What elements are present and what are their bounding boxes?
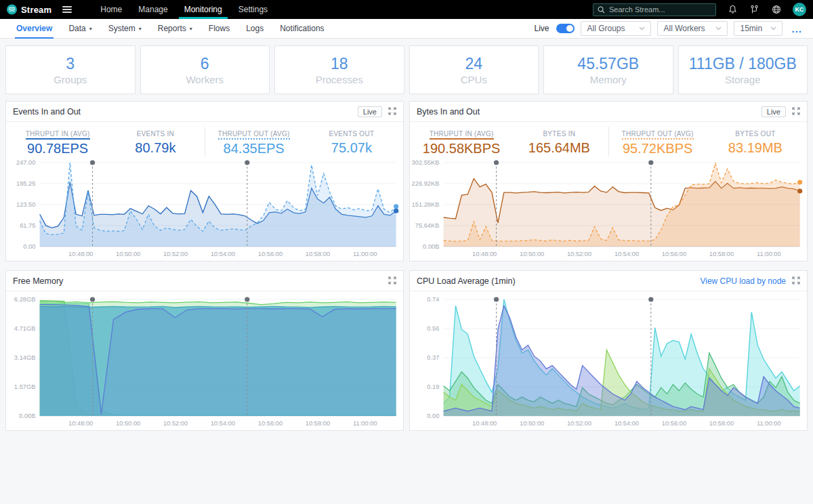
svg-text:10:48:00: 10:48:00 — [68, 420, 93, 427]
svg-text:0.00B: 0.00B — [19, 413, 35, 419]
more-menu-icon[interactable]: ... — [789, 23, 805, 35]
card-processes[interactable]: 18 Processes — [274, 45, 404, 94]
card-groups[interactable]: 3 Groups — [5, 45, 136, 94]
tab-flows[interactable]: Flows — [201, 19, 238, 38]
search-input[interactable] — [609, 5, 711, 14]
live-toggle-label: Live — [534, 24, 549, 33]
card-workers[interactable]: 6 Workers — [140, 45, 270, 94]
svg-text:11:00:00: 11:00:00 — [757, 420, 781, 427]
chevron-down-icon — [639, 26, 645, 30]
live-button[interactable]: Live — [358, 106, 382, 117]
svg-text:10:56:00: 10:56:00 — [662, 251, 686, 257]
svg-text:0.74: 0.74 — [427, 296, 439, 303]
svg-text:0.19: 0.19 — [427, 383, 439, 390]
tab-system[interactable]: System▾ — [100, 19, 150, 38]
tab-data[interactable]: Data▾ — [60, 19, 100, 38]
topbar-right: KC — [593, 3, 806, 16]
card-cpus[interactable]: 24 CPUs — [409, 45, 539, 94]
git-branch-icon[interactable] — [749, 5, 759, 15]
panel-bytes-in-out: Bytes In and Out Live THRUPUT IN (AVG) 1… — [409, 101, 808, 261]
stat-events-in: EVENTS IN 80.79k — [106, 127, 204, 156]
top-bar: Stream Home Manage Monitoring Settings K… — [0, 0, 813, 19]
topnav-item-home[interactable]: Home — [92, 0, 130, 19]
svg-text:10:54:00: 10:54:00 — [211, 251, 235, 257]
chevron-down-icon — [770, 26, 776, 30]
card-memory[interactable]: 45.57GB Memory — [543, 45, 673, 94]
summary-cards: 3 Groups 6 Workers 18 Processes 24 CPUs … — [0, 39, 813, 98]
chevron-down-icon: ▾ — [139, 26, 142, 32]
topnav-item-manage[interactable]: Manage — [130, 0, 175, 19]
svg-text:0.00B: 0.00B — [423, 243, 439, 250]
stat-thruput-in: THRUPUT IN (AVG) 90.78EPS — [9, 127, 106, 156]
panel-title: CPU Load Average (1min) — [417, 276, 516, 286]
expand-icon[interactable] — [388, 275, 396, 287]
cribl-logo-icon — [7, 5, 17, 15]
svg-text:10:54:00: 10:54:00 — [614, 251, 639, 257]
svg-text:185.25: 185.25 — [16, 180, 35, 187]
events-stats: THRUPUT IN (AVG) 90.78EPS EVENTS IN 80.7… — [6, 122, 403, 157]
expand-icon[interactable] — [792, 275, 800, 287]
svg-text:10:58:00: 10:58:00 — [709, 420, 734, 427]
svg-text:1.57GB: 1.57GB — [14, 383, 36, 390]
top-nav: Home Manage Monitoring Settings — [92, 0, 276, 19]
bytes-in-out-chart[interactable]: 302.55KB226.92KB151.28KB75.64KB0.00B10:4… — [410, 157, 807, 259]
topnav-item-monitoring[interactable]: Monitoring — [176, 0, 230, 19]
user-avatar[interactable]: KC — [793, 3, 806, 16]
tab-notifications[interactable]: Notifications — [272, 19, 332, 38]
svg-text:10:56:00: 10:56:00 — [258, 420, 283, 427]
svg-text:10:52:00: 10:52:00 — [567, 251, 591, 257]
stat-thruput-out: THRUPUT OUT (AVG) 84.35EPS — [205, 127, 303, 156]
topnav-item-settings[interactable]: Settings — [230, 0, 276, 19]
svg-text:61.75: 61.75 — [20, 222, 35, 229]
svg-text:10:50:00: 10:50:00 — [520, 251, 544, 257]
stat-thruput-out: THRUPUT OUT (AVG) 95.72KBPS — [609, 127, 707, 156]
time-range-select[interactable]: 15min — [734, 21, 783, 36]
group-filter-select[interactable]: All Groups — [581, 21, 651, 36]
search-box[interactable] — [593, 3, 716, 16]
svg-text:10:50:00: 10:50:00 — [116, 251, 140, 257]
subnav-controls: Live All Groups All Workers 15min ... — [534, 21, 805, 36]
panel-title: Bytes In and Out — [417, 107, 480, 117]
expand-icon[interactable] — [792, 106, 800, 118]
svg-text:10:58:00: 10:58:00 — [306, 420, 330, 427]
panel-title: Events In and Out — [13, 107, 81, 117]
svg-text:10:54:00: 10:54:00 — [211, 420, 235, 427]
svg-text:11:00:00: 11:00:00 — [353, 251, 377, 257]
svg-text:10:48:00: 10:48:00 — [68, 251, 93, 257]
worker-filter-select[interactable]: All Workers — [657, 21, 728, 36]
svg-text:11:00:00: 11:00:00 — [353, 420, 377, 427]
panel-events-in-out: Events In and Out Live THRUPUT IN (AVG) … — [5, 101, 404, 261]
svg-text:10:48:00: 10:48:00 — [472, 251, 497, 257]
view-cpu-load-link[interactable]: View CPU load by node — [700, 276, 786, 286]
svg-text:10:56:00: 10:56:00 — [258, 251, 283, 257]
card-storage[interactable]: 111GB / 180GB Storage — [678, 45, 808, 94]
svg-text:0.00: 0.00 — [23, 243, 35, 250]
panel-title: Free Memory — [13, 276, 63, 286]
globe-icon[interactable] — [771, 5, 781, 15]
live-toggle[interactable] — [556, 24, 575, 33]
svg-text:10:58:00: 10:58:00 — [709, 251, 734, 257]
notifications-bell-icon[interactable] — [728, 5, 738, 15]
svg-text:10:54:00: 10:54:00 — [614, 420, 639, 427]
svg-text:10:50:00: 10:50:00 — [116, 420, 140, 427]
svg-text:10:50:00: 10:50:00 — [520, 420, 544, 427]
svg-text:0.00: 0.00 — [427, 413, 439, 419]
svg-text:10:58:00: 10:58:00 — [306, 251, 330, 257]
events-in-out-chart[interactable]: 247.00185.25123.5061.750.0010:48:0010:50… — [6, 157, 403, 259]
svg-text:247.00: 247.00 — [16, 159, 35, 166]
expand-icon[interactable] — [388, 106, 396, 118]
stat-bytes-in: BYTES IN 165.64MB — [510, 127, 608, 156]
svg-text:10:56:00: 10:56:00 — [662, 420, 686, 427]
app-logo[interactable]: Stream — [7, 5, 51, 15]
tab-reports[interactable]: Reports▾ — [150, 19, 201, 38]
live-button[interactable]: Live — [762, 106, 786, 117]
svg-text:226.92KB: 226.92KB — [412, 180, 440, 187]
svg-text:6.28GB: 6.28GB — [14, 296, 36, 303]
bytes-stats: THRUPUT IN (AVG) 190.58KBPS BYTES IN 165… — [410, 122, 807, 157]
hamburger-menu-icon[interactable] — [61, 3, 73, 16]
tab-overview[interactable]: Overview — [8, 19, 60, 38]
free-memory-chart[interactable]: 6.28GB4.71GB3.14GB1.57GB0.00B10:48:0010:… — [6, 294, 403, 428]
panel-free-memory: Free Memory 6.28GB4.71GB3.14GB1.57GB0.00… — [5, 270, 404, 431]
cpu-load-chart[interactable]: 0.740.560.370.190.0010:48:0010:50:0010:5… — [410, 294, 807, 428]
tab-logs[interactable]: Logs — [238, 19, 272, 38]
